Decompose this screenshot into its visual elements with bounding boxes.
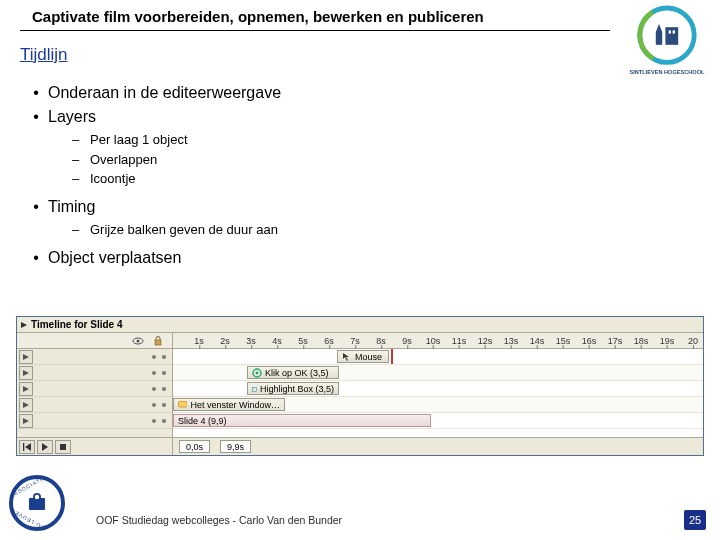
ruler-tick: 12s [478, 333, 493, 349]
clip-mouse[interactable]: Mouse [337, 350, 389, 363]
svg-rect-20 [178, 401, 187, 407]
clip-slide[interactable]: Slide 4 (9,9) [173, 414, 431, 427]
ruler-tick: 18s [634, 333, 649, 349]
clip-window[interactable]: Het venster Window… [173, 398, 285, 411]
ruler-tick: 11s [452, 333, 467, 349]
layer-expand-icon[interactable] [19, 382, 33, 396]
ruler-tick: 8s [376, 333, 386, 349]
timeline-titlebar[interactable]: Timeline for Slide 4 [17, 317, 703, 333]
ruler-tick: 7s [350, 333, 360, 349]
svg-marker-22 [25, 443, 31, 451]
track-row[interactable]: Highlight Box (3,5) [173, 381, 703, 397]
sub-overlappen: Overlappen [90, 152, 157, 167]
svg-point-10 [137, 339, 140, 342]
page-number: 25 [684, 510, 706, 530]
layer-expand-icon[interactable] [19, 398, 33, 412]
layer-row[interactable] [17, 365, 172, 381]
time-total: 9,9s [220, 440, 251, 453]
layer-expand-icon[interactable] [19, 414, 33, 428]
footer-text: OOF Studiedag webcolleges - Carlo Van de… [96, 514, 342, 526]
footer-logo: ASSOCIATIE K.U.LEUVEN [6, 472, 68, 534]
ruler-tick: 15s [556, 333, 571, 349]
ruler-tick: 2s [220, 333, 230, 349]
svg-rect-5 [669, 30, 671, 33]
layer-row[interactable] [17, 381, 172, 397]
header-title: Captivate film voorbereiden, opnemen, be… [32, 8, 484, 25]
ruler-tick: 3s [246, 333, 256, 349]
timeline-layer-list [17, 333, 173, 437]
timeline-ruler[interactable]: 1s 2s 3s 4s 5s 6s 7s 8s 9s 10s 11s 12s 1… [173, 333, 703, 349]
svg-marker-12 [23, 354, 29, 360]
track-row[interactable]: Mouse [173, 349, 703, 365]
layer-row[interactable] [17, 397, 172, 413]
target-icon [252, 368, 262, 378]
bullet-timing: Timing [48, 198, 95, 215]
play-button[interactable] [37, 440, 53, 454]
bullet-layers: Layers [48, 108, 96, 125]
layer-row[interactable] [17, 349, 172, 365]
ruler-tick: 4s [272, 333, 282, 349]
svg-marker-8 [21, 322, 27, 328]
svg-text:SINTLIEVEN HOGESCHOOL: SINTLIEVEN HOGESCHOOL [630, 69, 705, 75]
ruler-tick: 5s [298, 333, 308, 349]
timeline-track-area[interactable]: 1s 2s 3s 4s 5s 6s 7s 8s 9s 10s 11s 12s 1… [173, 333, 703, 437]
svg-marker-15 [23, 402, 29, 408]
ruler-tick: 1s [194, 333, 204, 349]
svg-rect-6 [673, 30, 675, 33]
sub-per-laag: Per laag 1 object [90, 132, 188, 147]
caption-icon [178, 400, 187, 410]
ruler-tick: 13s [504, 333, 519, 349]
svg-marker-23 [42, 443, 48, 451]
ruler-tick: 10s [426, 333, 441, 349]
ruler-tick: 17s [608, 333, 623, 349]
sub-grijze-balken: Grijze balken geven de duur aan [90, 222, 278, 237]
svg-rect-24 [60, 444, 66, 450]
mouse-icon [342, 352, 352, 362]
layer-row[interactable] [17, 413, 172, 429]
layer-expand-icon[interactable] [19, 366, 33, 380]
sub-icoontje: Icoontje [90, 171, 136, 186]
clip-click[interactable]: Klik op OK (3,5) [247, 366, 339, 379]
svg-marker-13 [23, 370, 29, 376]
svg-marker-16 [23, 418, 29, 424]
svg-point-30 [35, 495, 39, 499]
svg-marker-14 [23, 386, 29, 392]
header-logo: SINTLIEVEN HOGESCHOOL [626, 0, 708, 80]
rewind-button[interactable] [19, 440, 35, 454]
svg-rect-4 [665, 27, 678, 45]
svg-rect-19 [252, 387, 256, 391]
bullet-onderaan: Onderaan in de editeerweergave [48, 84, 281, 101]
svg-rect-21 [23, 443, 24, 451]
track-row[interactable]: Klik op OK (3,5) [173, 365, 703, 381]
svg-rect-2 [656, 32, 662, 45]
bullet-object-verplaatsen: Object verplaatsen [48, 249, 181, 266]
ruler-tick: 16s [582, 333, 597, 349]
section-title: Tijdlijn [20, 45, 68, 65]
timeline-title: Timeline for Slide 4 [31, 319, 123, 330]
layer-expand-icon[interactable] [19, 350, 33, 364]
time-current: 0,0s [179, 440, 210, 453]
playhead[interactable] [391, 349, 393, 364]
track-row[interactable]: Het venster Window… [173, 397, 703, 413]
timeline-footer: 0,0s 9,9s [17, 437, 703, 455]
ruler-tick: 14s [530, 333, 545, 349]
svg-point-18 [256, 371, 259, 374]
lock-icon[interactable] [152, 335, 164, 347]
svg-marker-3 [656, 24, 662, 32]
ruler-tick: 9s [402, 333, 412, 349]
clip-highlight[interactable]: Highlight Box (3,5) [247, 382, 339, 395]
highlight-icon [252, 384, 257, 394]
eye-icon[interactable] [132, 335, 144, 347]
stop-button[interactable] [55, 440, 71, 454]
ruler-tick: 19s [660, 333, 675, 349]
svg-rect-11 [155, 340, 161, 345]
content-body: Onderaan in de editeerweergave Layers Pe… [24, 82, 680, 271]
ruler-tick: 6s [324, 333, 334, 349]
collapse-arrow-icon[interactable] [21, 322, 27, 328]
header-rule [20, 30, 610, 31]
ruler-tick: 20 [688, 333, 698, 349]
timeline-panel: Timeline for Slide 4 [16, 316, 704, 456]
track-row[interactable]: Slide 4 (9,9) [173, 413, 703, 429]
